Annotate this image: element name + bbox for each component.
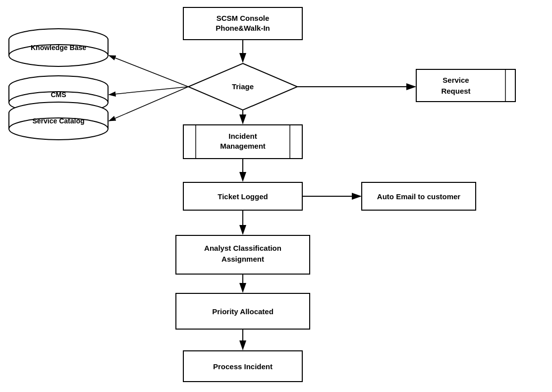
analyst-label-2: Assignment: [221, 255, 264, 263]
scsm-label-2: Phone&Walk-In: [216, 24, 270, 32]
flowchart-diagram: SCSM Console Phone&Walk-In Triage Incide…: [0, 0, 552, 392]
service-request-node: [416, 69, 515, 102]
priority-label: Priority Allocated: [212, 307, 274, 316]
arrow-triage-service-catalog: [109, 87, 188, 121]
knowledge-base-label: Knowledge Base: [31, 44, 86, 52]
auto-email-label: Auto Email to customer: [377, 192, 461, 201]
triage-label: Triage: [232, 82, 254, 91]
scsm-label-1: SCSM Console: [217, 14, 270, 22]
analyst-label-1: Analyst Classification: [204, 244, 281, 252]
arrow-triage-kb: [109, 56, 188, 87]
process-incident-label: Process Incident: [213, 362, 273, 371]
ticket-logged-label: Ticket Logged: [218, 192, 268, 201]
service-catalog-label: Service Catalog: [32, 117, 84, 125]
service-request-label-1: Service: [442, 76, 469, 84]
service-request-label-2: Request: [441, 87, 470, 95]
arrow-triage-cms: [109, 87, 188, 95]
incident-mgmt-label-1: Incident: [228, 132, 257, 140]
incident-mgmt-label-2: Management: [220, 142, 266, 150]
cms-label: CMS: [51, 91, 66, 99]
